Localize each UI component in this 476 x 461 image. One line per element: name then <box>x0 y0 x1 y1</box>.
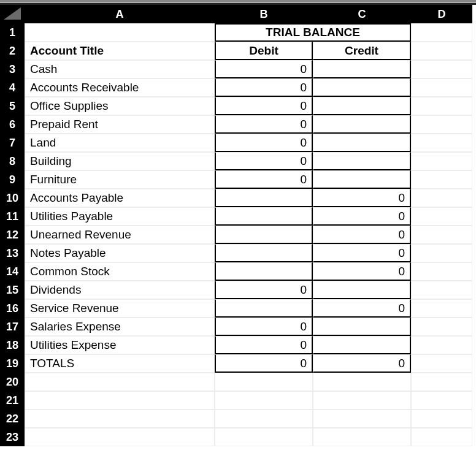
row-header-20[interactable]: 20 <box>0 373 25 391</box>
cell-d13[interactable] <box>411 244 472 262</box>
cell-b23[interactable] <box>215 428 313 446</box>
cell-d21[interactable] <box>411 391 472 410</box>
cell-d20[interactable] <box>411 373 472 391</box>
cell-a19-totals[interactable]: TOTALS <box>25 354 215 373</box>
cell-b16[interactable] <box>215 299 313 318</box>
cell-d9[interactable] <box>411 170 472 189</box>
row-header-14[interactable]: 14 <box>0 262 25 281</box>
cell-c11[interactable]: 0 <box>313 207 411 226</box>
cell-b9[interactable]: 0 <box>215 170 313 189</box>
row-header-8[interactable]: 8 <box>0 152 25 170</box>
cell-c17[interactable] <box>313 318 411 336</box>
cell-d17[interactable] <box>411 318 472 336</box>
cell-d10[interactable] <box>411 189 472 207</box>
cell-c10[interactable]: 0 <box>313 189 411 207</box>
cell-d15[interactable] <box>411 281 472 299</box>
cell-b11[interactable] <box>215 207 313 226</box>
cell-b4[interactable]: 0 <box>215 78 313 97</box>
row-header-9[interactable]: 9 <box>0 170 25 189</box>
cell-b22[interactable] <box>215 410 313 428</box>
cell-a13[interactable]: Notes Payable <box>25 244 215 262</box>
cell-c4[interactable] <box>313 78 411 97</box>
cell-b14[interactable] <box>215 262 313 281</box>
cell-b2-debit-header[interactable]: Debit <box>215 42 313 60</box>
cell-c18[interactable] <box>313 336 411 354</box>
cell-d23[interactable] <box>411 428 472 446</box>
cell-a17[interactable]: Salaries Expense <box>25 318 215 336</box>
cell-c13[interactable]: 0 <box>313 244 411 262</box>
cell-c16[interactable]: 0 <box>313 299 411 318</box>
cell-d6[interactable] <box>411 115 472 134</box>
cell-a7[interactable]: Land <box>25 134 215 152</box>
row-header-19[interactable]: 19 <box>0 354 25 373</box>
cell-a21[interactable] <box>25 391 215 410</box>
row-header-11[interactable]: 11 <box>0 207 25 226</box>
cell-d12[interactable] <box>411 226 472 244</box>
row-header-15[interactable]: 15 <box>0 281 25 299</box>
cell-d14[interactable] <box>411 262 472 281</box>
cell-d8[interactable] <box>411 152 472 170</box>
row-header-17[interactable]: 17 <box>0 318 25 336</box>
row-header-21[interactable]: 21 <box>0 391 25 410</box>
cell-b20[interactable] <box>215 373 313 391</box>
cell-b12[interactable] <box>215 226 313 244</box>
cell-a11[interactable]: Utilities Payable <box>25 207 215 226</box>
row-header-10[interactable]: 10 <box>0 189 25 207</box>
cell-a5[interactable]: Office Supplies <box>25 97 215 115</box>
cell-c15[interactable] <box>313 281 411 299</box>
cell-a6[interactable]: Prepaid Rent <box>25 115 215 134</box>
row-header-13[interactable]: 13 <box>0 244 25 262</box>
cell-c23[interactable] <box>313 428 411 446</box>
row-header-1[interactable]: 1 <box>0 23 25 42</box>
cell-b15[interactable]: 0 <box>215 281 313 299</box>
cell-d16[interactable] <box>411 299 472 318</box>
cell-b10[interactable] <box>215 189 313 207</box>
cell-c2-credit-header[interactable]: Credit <box>313 42 411 60</box>
cell-d19[interactable] <box>411 354 472 373</box>
row-header-2[interactable]: 2 <box>0 42 25 60</box>
cell-c7[interactable] <box>313 134 411 152</box>
select-all-corner[interactable] <box>0 5 25 23</box>
cell-d4[interactable] <box>411 78 472 97</box>
cell-b5[interactable]: 0 <box>215 97 313 115</box>
cell-b18[interactable]: 0 <box>215 336 313 354</box>
row-header-4[interactable]: 4 <box>0 78 25 97</box>
row-header-23[interactable]: 23 <box>0 428 25 446</box>
cell-b6[interactable]: 0 <box>215 115 313 134</box>
row-header-18[interactable]: 18 <box>0 336 25 354</box>
cell-b21[interactable] <box>215 391 313 410</box>
row-header-6[interactable]: 6 <box>0 115 25 134</box>
row-header-3[interactable]: 3 <box>0 60 25 78</box>
cell-a8[interactable]: Building <box>25 152 215 170</box>
row-header-16[interactable]: 16 <box>0 299 25 318</box>
cell-c21[interactable] <box>313 391 411 410</box>
cell-d7[interactable] <box>411 134 472 152</box>
cell-d22[interactable] <box>411 410 472 428</box>
row-header-5[interactable]: 5 <box>0 97 25 115</box>
cell-c8[interactable] <box>313 152 411 170</box>
row-header-22[interactable]: 22 <box>0 410 25 428</box>
cell-d18[interactable] <box>411 336 472 354</box>
cell-a9[interactable]: Furniture <box>25 170 215 189</box>
cell-a20[interactable] <box>25 373 215 391</box>
column-header-c[interactable]: C <box>313 5 411 23</box>
cell-a4[interactable]: Accounts Receivable <box>25 78 215 97</box>
cell-a14[interactable]: Common Stock <box>25 262 215 281</box>
row-header-12[interactable]: 12 <box>0 226 25 244</box>
cell-c20[interactable] <box>313 373 411 391</box>
cell-b13[interactable] <box>215 244 313 262</box>
cell-a22[interactable] <box>25 410 215 428</box>
cell-c19-totals[interactable]: 0 <box>313 354 411 373</box>
cell-c3[interactable] <box>313 60 411 78</box>
column-header-b[interactable]: B <box>215 5 313 23</box>
cell-d3[interactable] <box>411 60 472 78</box>
cell-c12[interactable]: 0 <box>313 226 411 244</box>
cell-c6[interactable] <box>313 115 411 134</box>
column-header-a[interactable]: A <box>25 5 215 23</box>
cell-a3[interactable]: Cash <box>25 60 215 78</box>
cell-a23[interactable] <box>25 428 215 446</box>
cell-d2[interactable] <box>411 42 472 60</box>
cell-d5[interactable] <box>411 97 472 115</box>
cell-a12[interactable]: Unearned Revenue <box>25 226 215 244</box>
row-header-7[interactable]: 7 <box>0 134 25 152</box>
